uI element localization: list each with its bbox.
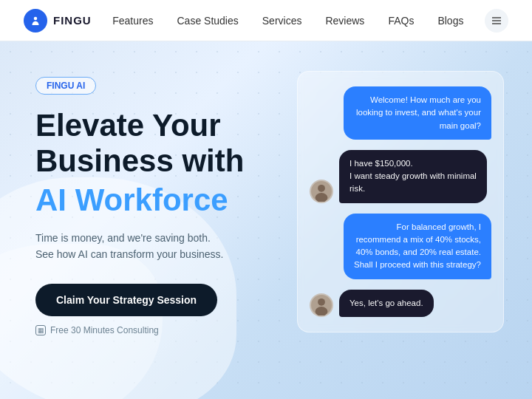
hero-title-line1: Elevate Your Business with	[35, 108, 281, 180]
navbar: FINGU Features Case Studies Services Rev…	[0, 0, 532, 41]
hero-subtitle: Time is money, and we're saving both.See…	[35, 230, 242, 263]
hero-badge: FINGU AI	[35, 77, 96, 95]
nav-item-services[interactable]: Services	[262, 14, 302, 27]
hero-right-chat: Welcome! How much are you looking to inv…	[281, 41, 532, 399]
svg-point-8	[318, 299, 325, 306]
hero-left-content: FINGU AI Elevate Your Business with AI W…	[0, 41, 281, 399]
nav-item-case-studies[interactable]: Case Studies	[177, 14, 239, 27]
chat-message-2: I have $150,000.I want steady growth wit…	[310, 150, 491, 203]
chat-bubble-1: Welcome! How much are you looking to inv…	[344, 86, 491, 140]
nav-links: Features Case Studies Services Reviews F…	[112, 14, 463, 27]
chat-panel: Welcome! How much are you looking to inv…	[297, 71, 504, 332]
nav-item-faqs[interactable]: FAQs	[388, 14, 414, 27]
nav-menu-button[interactable]	[485, 9, 508, 33]
menu-icon	[491, 15, 502, 27]
chat-bubble-2: I have $150,000.I want steady growth wit…	[339, 150, 487, 203]
svg-point-0	[34, 16, 38, 20]
hero-section: FINGU AI Elevate Your Business with AI W…	[0, 41, 532, 399]
cta-note: ▦ Free 30 Minutes Consulting	[35, 325, 281, 335]
chat-avatar-1	[310, 180, 333, 203]
chat-message-4: Yes, let's go ahead.	[310, 290, 491, 317]
nav-item-features[interactable]: Features	[112, 14, 153, 27]
chat-avatar-2	[310, 293, 333, 317]
hero-title-accent: AI Workforce	[35, 183, 281, 218]
logo-icon	[24, 9, 47, 33]
logo[interactable]: FINGU	[24, 9, 92, 33]
logo-label: FINGU	[53, 14, 92, 27]
user-avatar-icon-2	[311, 295, 332, 316]
nav-item-blogs[interactable]: Blogs	[437, 14, 463, 27]
chat-message-3: For balanced growth, I recommend a mix o…	[310, 214, 491, 279]
user-avatar-icon	[311, 181, 332, 202]
logo-svg	[29, 14, 42, 27]
nav-item-reviews[interactable]: Reviews	[325, 14, 364, 27]
svg-point-5	[318, 184, 325, 191]
chat-bubble-3: For balanced growth, I recommend a mix o…	[344, 214, 491, 279]
calendar-icon: ▦	[35, 325, 46, 335]
chat-bubble-4: Yes, let's go ahead.	[339, 290, 434, 317]
chat-message-1: Welcome! How much are you looking to inv…	[310, 86, 491, 140]
cta-button[interactable]: Claim Your Strategy Session	[35, 284, 217, 316]
